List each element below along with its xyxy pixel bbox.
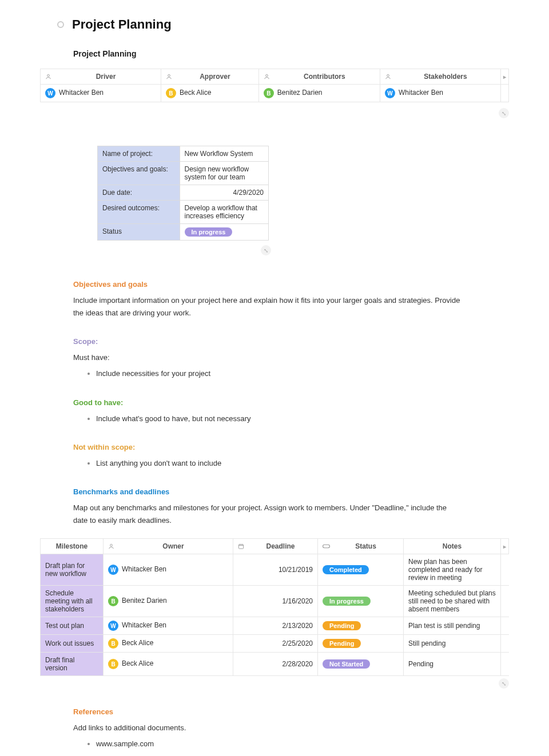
empty-cell [501, 586, 509, 617]
roles-cell[interactable]: BBeck Alice [161, 85, 258, 102]
references-link[interactable]: www.sample.com [96, 738, 462, 750]
notes-cell[interactable]: New plan has been completed and ready fo… [404, 554, 501, 586]
person-icon [385, 74, 391, 80]
owner-cell[interactable]: BBeck Alice [104, 653, 233, 676]
not-scope-bullet: List anything you don't want to include [96, 457, 462, 470]
good-to-have-heading: Good to have: [73, 397, 462, 409]
person-icon [45, 74, 51, 80]
milestone-cell[interactable]: Draft final version [41, 653, 104, 676]
milestones-header-notes[interactable]: Notes [404, 539, 501, 554]
info-value[interactable]: Develop a workflow that increases effici… [180, 201, 268, 224]
svg-point-3 [387, 74, 389, 77]
milestone-cell[interactable]: Work out issues [41, 635, 104, 653]
header-label: Status [355, 542, 376, 550]
person-name: Beck Alice [180, 89, 211, 97]
avatar: B [108, 638, 118, 649]
table-row: Schedule meeting with all stakeholdersBB… [41, 586, 509, 617]
table-row: Draft final versionBBeck Alice2/28/2020N… [41, 653, 509, 676]
milestones-header-deadline[interactable]: Deadline [233, 539, 318, 554]
header-label: Approver [200, 73, 230, 81]
must-have-label: Must have: [73, 351, 462, 364]
resize-handle-icon[interactable]: ⤡ [499, 108, 509, 118]
svg-rect-6 [323, 545, 330, 548]
roles-header-driver[interactable]: Driver [41, 69, 161, 85]
status-cell[interactable]: Completed [318, 554, 404, 586]
references-text: Add links to additional documents. [73, 722, 462, 734]
references-heading: References [73, 706, 462, 718]
status-cell[interactable]: Not Started [318, 653, 404, 676]
svg-point-4 [110, 545, 113, 547]
milestones-header-status[interactable]: Status [318, 539, 404, 554]
person-name: Beck Alice [122, 659, 153, 667]
milestone-cell[interactable]: Test out plan [41, 617, 104, 635]
notes-cell[interactable]: Still pending [404, 635, 501, 653]
info-value[interactable]: New Workflow System [180, 146, 268, 162]
info-value[interactable]: In progress [180, 224, 268, 241]
avatar: W [45, 88, 55, 98]
resize-handle-icon[interactable]: ⤡ [499, 678, 509, 689]
notes-cell[interactable]: Meeting scheduled but plans still need t… [404, 586, 501, 617]
header-label: Stakeholders [424, 73, 467, 81]
roles-cell[interactable]: WWhitacker Ben [41, 85, 161, 102]
milestones-expand-icon[interactable]: ▸ [501, 539, 509, 554]
info-label: Status [98, 224, 180, 241]
owner-cell[interactable]: WWhitacker Ben [104, 554, 233, 586]
header-label: Owner [162, 542, 184, 550]
deadline-cell[interactable]: 1/16/2020 [233, 586, 318, 617]
info-value[interactable]: Design new workflow system for our team [180, 162, 268, 185]
scope-heading: Scope: [73, 335, 462, 348]
empty-cell [501, 635, 509, 653]
owner-cell[interactable]: WWhitacker Ben [104, 617, 233, 635]
status-pill: Pending [323, 639, 361, 648]
owner-cell[interactable]: BBenitez Darien [104, 586, 233, 617]
deadline-cell[interactable]: 10/21/2019 [233, 554, 318, 586]
roles-expand-icon[interactable]: ▸ [501, 69, 509, 85]
person-icon [108, 543, 114, 550]
milestones-header-milestone[interactable]: Milestone [41, 539, 104, 554]
avatar: W [385, 88, 395, 98]
status-cell[interactable]: Pending [318, 635, 404, 653]
tag-icon [323, 544, 330, 549]
milestones-header-owner[interactable]: Owner [104, 539, 233, 554]
resize-handle-icon[interactable]: ⤡ [261, 245, 271, 255]
roles-header-contributors[interactable]: Contributors [258, 69, 380, 85]
header-label: Milestone [56, 542, 87, 550]
svg-point-2 [265, 74, 268, 77]
status-cell[interactable]: In progress [318, 586, 404, 617]
roles-table: Driver Approver Contributors [40, 69, 509, 102]
roles-header-approver[interactable]: Approver [161, 69, 258, 85]
person-icon [264, 74, 270, 80]
person-name: Beck Alice [122, 639, 153, 647]
title-bullet-icon [57, 21, 64, 28]
roles-cell[interactable]: BBenitez Darien [258, 85, 380, 102]
person-name: Whitacker Ben [122, 621, 166, 629]
must-have-bullet: Include necessities for your project [96, 367, 462, 380]
info-label: Name of project: [98, 146, 180, 162]
header-label: Contributors [304, 73, 345, 81]
deadline-cell[interactable]: 2/13/2020 [233, 617, 318, 635]
deadline-cell[interactable]: 2/25/2020 [233, 635, 318, 653]
person-name: Whitacker Ben [399, 89, 443, 97]
info-value[interactable]: 4/29/2020 [180, 185, 268, 201]
milestone-cell[interactable]: Schedule meeting with all stakeholders [41, 586, 104, 617]
info-label: Due date: [98, 185, 180, 201]
notes-cell[interactable]: Plan test is still pending [404, 617, 501, 635]
table-row: Draft plan for new workflowWWhitacker Be… [41, 554, 509, 586]
person-name: Whitacker Ben [59, 89, 104, 97]
info-label: Objectives and goals: [98, 162, 180, 185]
empty-cell [501, 617, 509, 635]
benchmarks-text: Map out any benchmarks and milestones fo… [73, 502, 462, 527]
avatar: W [108, 565, 118, 575]
roles-header-stakeholders[interactable]: Stakeholders [380, 69, 500, 85]
deadline-cell[interactable]: 2/28/2020 [233, 653, 318, 676]
avatar: B [108, 659, 118, 669]
status-cell[interactable]: Pending [318, 617, 404, 635]
status-pill: Pending [323, 621, 361, 630]
person-icon [166, 74, 172, 80]
svg-point-1 [168, 74, 170, 77]
roles-cell[interactable]: WWhitacker Ben [380, 85, 500, 102]
title-row: Project Planning [57, 17, 509, 32]
owner-cell[interactable]: BBeck Alice [104, 635, 233, 653]
milestone-cell[interactable]: Draft plan for new workflow [41, 554, 104, 586]
notes-cell[interactable]: Pending [404, 653, 501, 676]
